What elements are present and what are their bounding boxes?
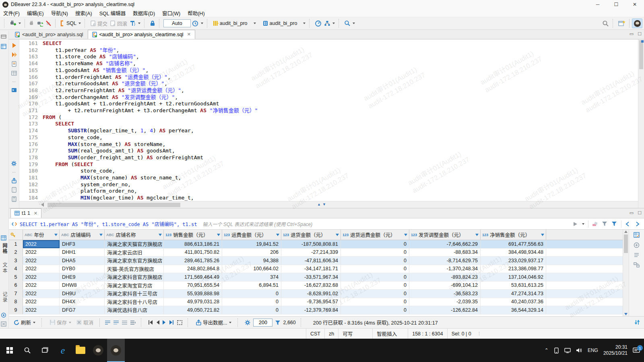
editor-horizontal-scrollbar[interactable]: ▲▼	[19, 201, 638, 208]
column-filter-icon[interactable]	[99, 234, 103, 236]
lock-button[interactable]	[149, 19, 157, 27]
tab-analysis-sql[interactable]: <audit_bi_pro> analysis.sql	[10, 30, 88, 39]
column-header-3[interactable]: ABC店铺名称	[105, 230, 164, 240]
maximize-button[interactable]: ☐	[607, 0, 625, 9]
table-row[interactable]: 62022DHW8海澜之家淘宝官方店70,951,655.546,894.51-…	[9, 282, 623, 290]
menu-item[interactable]: 搜索(A)	[75, 9, 92, 17]
filter-back-icon[interactable]	[625, 222, 631, 226]
grid-cell[interactable]: 海澜之家抖音十三号店	[105, 290, 164, 298]
taskbar-clock[interactable]: 20:31 2025/10/21	[603, 344, 627, 356]
grid-cell[interactable]: 47,274,314.73	[481, 290, 546, 298]
connect-button[interactable]	[27, 19, 35, 27]
scrollbar-thumb[interactable]	[624, 234, 628, 253]
grid-cell[interactable]: DHW8	[60, 282, 105, 290]
database-selector[interactable]: audit_bi_pro	[261, 19, 307, 27]
apply-filter-icon[interactable]	[573, 222, 578, 226]
grid-cell[interactable]: -8,714,629.75	[409, 257, 481, 265]
grid-cell[interactable]: -47,811,606.34	[281, 257, 341, 265]
tray-phone-icon[interactable]	[554, 348, 559, 354]
grid-cell[interactable]: DHH1	[60, 249, 105, 257]
table-row[interactable]: 92022DFG7海澜优选抖音八店49,050,721.820-12,379,7…	[9, 306, 623, 315]
connection-selector[interactable]: audit_bi_pro	[211, 19, 257, 27]
column-filter-icon[interactable]	[276, 234, 279, 236]
grid-cell[interactable]: 206	[222, 249, 281, 257]
column-header-1[interactable]: ABC年份	[23, 230, 60, 240]
global-search-button[interactable]	[601, 19, 610, 28]
taskbar-app-button[interactable]	[89, 339, 107, 362]
grid-cell[interactable]: -699,104.12	[409, 282, 481, 290]
grid-cell[interactable]: 36,544,329.14	[481, 306, 546, 314]
close-button[interactable]: ✕	[625, 0, 644, 9]
script-doc-icon[interactable]	[11, 187, 17, 193]
table-row[interactable]: 52022DHE9海澜之家抖音官方旗舰店171,569,464.49374-33…	[9, 273, 623, 282]
minimize-button[interactable]: ─	[588, 0, 607, 9]
column-filter-icon[interactable]	[159, 234, 162, 236]
grid-cell[interactable]: 0	[341, 240, 409, 248]
grid-view-tab[interactable]: 网格	[1, 243, 8, 254]
column-header-5[interactable]: 123运费金额（元）	[222, 230, 281, 240]
column-header-7[interactable]: 123退货运费金额（元）	[341, 230, 409, 240]
table-row[interactable]: 42022DYB0天猫-英氏官方旗舰店248,802,864.8100,664.…	[9, 265, 623, 274]
clear-filter-icon[interactable]	[592, 221, 598, 227]
text-view-tab[interactable]: 文本	[1, 262, 8, 274]
grid-cell[interactable]: -12,379,769.84	[281, 306, 341, 314]
export-result-icon[interactable]	[11, 178, 17, 183]
language-indicator[interactable]: ENG	[588, 348, 598, 353]
commit-mode-button[interactable]: Auto	[163, 19, 191, 27]
prev-page-icon[interactable]	[156, 320, 160, 325]
grid-cell[interactable]: 49,979,031.28	[164, 298, 222, 306]
grid-cell[interactable]: 海澜之家抖音官方旗舰店	[105, 273, 164, 281]
taskbar-dbeaver-button[interactable]	[107, 339, 125, 362]
code-editor[interactable]: 161SELECT162 t1.perYear AS "年份",163 t1.s…	[19, 39, 638, 208]
grid-cell[interactable]: 40,240,037.36	[481, 298, 546, 306]
column-filter-icon[interactable]	[541, 234, 544, 236]
tab-analysis-cleartime-sql[interactable]: <audit_bi_pro> analysis_cleartime.sql ✕	[88, 30, 195, 39]
grid-cell[interactable]: -16,627,832.68	[281, 282, 341, 290]
grid-cell[interactable]: 2022	[23, 240, 60, 248]
editor-vertical-scrollbar[interactable]	[638, 39, 644, 208]
record-mode-icon[interactable]	[1, 313, 8, 318]
column-filter-icon[interactable]	[217, 234, 220, 236]
column-filter-icon[interactable]	[475, 234, 479, 236]
column-header-8[interactable]: 123发货调整金额（元）	[409, 230, 481, 240]
column-filter-icon[interactable]	[54, 234, 58, 236]
maximize-results-icon[interactable]: ☐	[638, 210, 642, 216]
grid-cell[interactable]: 384,498,934.48	[481, 249, 546, 257]
restore-panel-icon[interactable]	[1, 34, 8, 39]
grid-cell[interactable]: DHA5	[60, 257, 105, 265]
grid-cell[interactable]: 2022	[23, 290, 60, 298]
menu-item[interactable]: 窗口(W)	[162, 9, 180, 17]
grid-cell[interactable]: 100,664.02	[222, 265, 281, 273]
action-center-button[interactable]: 1	[633, 347, 640, 354]
explain-plan-icon[interactable]	[11, 61, 17, 67]
row-number[interactable]: 1	[9, 240, 23, 248]
grid-cell[interactable]: 2022	[23, 257, 60, 265]
menu-item[interactable]: 文件(F)	[3, 9, 20, 17]
transaction-log-button[interactable]	[128, 19, 142, 27]
grid-cell[interactable]: 691,477,556.63	[481, 240, 546, 248]
copy-row-icon[interactable]	[113, 320, 119, 325]
grid-cell[interactable]: DYB0	[60, 265, 105, 273]
network-profile-button[interactable]	[323, 19, 336, 27]
scroll-results-icon[interactable]	[634, 319, 641, 326]
grid-cell[interactable]: 49,050,721.82	[164, 306, 222, 314]
grid-cell[interactable]: -1,370,248.34	[409, 265, 481, 273]
grid-cell[interactable]: 0	[341, 265, 409, 273]
grid-corner-readonly[interactable]	[9, 230, 23, 240]
row-number[interactable]: 6	[9, 282, 23, 290]
grid-cell[interactable]: 6,894.51	[222, 282, 281, 290]
grid-cell[interactable]: 70,951,655.54	[164, 282, 222, 290]
tray-expand-icon[interactable]: ⌃	[545, 348, 549, 353]
table-row[interactable]: 12022DHF3海澜之家天猫官方旗舰店886,613,186.2119,841…	[9, 240, 623, 249]
grid-cell[interactable]: 2022	[23, 249, 60, 257]
grid-cell[interactable]: -33,571,967.34	[281, 273, 341, 281]
column-header-9[interactable]: 123净销售金额（元）	[481, 230, 546, 240]
grid-cell[interactable]: 0	[341, 282, 409, 290]
row-mode-icon[interactable]	[130, 320, 136, 325]
export-data-button[interactable]: 导出数据...	[194, 318, 233, 327]
grid-cell[interactable]: 0	[341, 273, 409, 281]
table-row[interactable]: 22022DHH1海澜之家云店旧411,801,750.82206-27,214…	[9, 249, 623, 257]
statusbar-item[interactable]: 158 : 1 : 6304	[408, 329, 447, 339]
statusbar-item[interactable]: zh	[324, 329, 338, 339]
sash-restore-arrows[interactable]: ▲▼	[317, 202, 326, 206]
